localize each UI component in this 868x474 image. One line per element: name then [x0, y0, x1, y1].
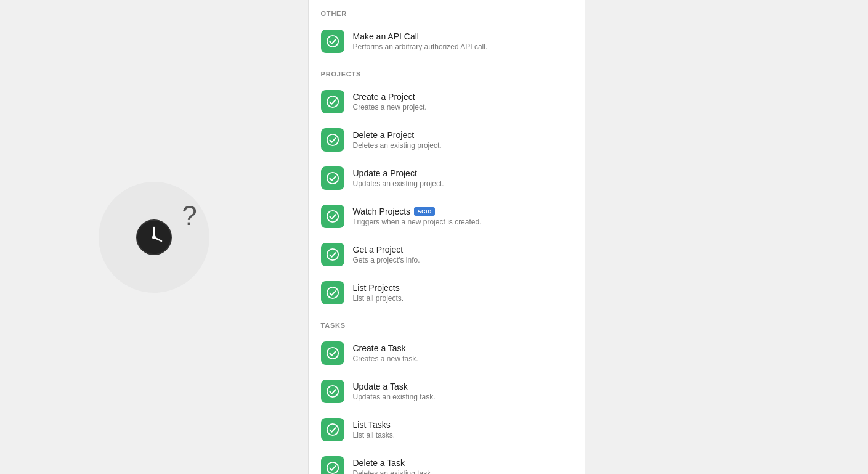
item-title-list-tasks: List Tasks	[353, 420, 395, 430]
list-item-list-tasks[interactable]: List TasksList all tasks.	[309, 411, 585, 449]
list-item-delete-project[interactable]: Delete a ProjectDeletes an existing proj…	[309, 121, 585, 159]
item-icon-update-task	[321, 380, 344, 403]
svg-point-8	[327, 211, 338, 222]
list-item-watch-projects[interactable]: Watch ProjectsACIDTriggers when a new pr…	[309, 197, 585, 235]
list-item-make-api-call[interactable]: Make an API CallPerforms an arbitrary au…	[309, 22, 585, 60]
list-item-create-task[interactable]: Create a TaskCreates a new task.	[309, 334, 585, 372]
item-title-create-task: Create a Task	[353, 343, 418, 353]
svg-point-12	[327, 386, 338, 397]
item-text-delete-project: Delete a ProjectDeletes an existing proj…	[353, 130, 442, 150]
svg-point-11	[327, 348, 338, 359]
svg-point-4	[327, 36, 338, 47]
item-desc-create-task: Creates a new task.	[353, 354, 418, 363]
item-icon-get-project	[321, 243, 344, 266]
list-item-get-project[interactable]: Get a ProjectGets a project's info.	[309, 235, 585, 274]
item-text-update-task: Update a TaskUpdates an existing task.	[353, 382, 436, 401]
left-area: ?	[0, 0, 308, 474]
section-header-other: OTHER	[309, 0, 585, 22]
svg-point-10	[327, 287, 338, 298]
item-desc-create-project: Creates a new project.	[353, 103, 427, 112]
item-desc-list-projects: List all projects.	[353, 294, 404, 303]
badge-watch-projects: ACID	[414, 207, 435, 216]
item-title-create-project: Create a Project	[353, 92, 427, 102]
list-item-delete-task[interactable]: Delete a TaskDeletes an existing task.	[309, 449, 585, 474]
item-title-delete-task: Delete a Task	[353, 458, 433, 468]
item-desc-update-project: Updates an existing project.	[353, 179, 444, 188]
item-desc-watch-projects: Triggers when a new project is created.	[353, 218, 482, 226]
item-text-list-tasks: List TasksList all tasks.	[353, 420, 395, 439]
item-desc-delete-project: Deletes an existing project.	[353, 141, 442, 150]
list-item-update-task[interactable]: Update a TaskUpdates an existing task.	[309, 372, 585, 411]
item-icon-create-project	[321, 90, 344, 113]
section-header-projects: PROJECTS	[309, 60, 585, 83]
decorative-circle: ?	[99, 182, 209, 293]
main-panel: OTHER Make an API CallPerforms an arbitr…	[308, 0, 585, 474]
svg-point-6	[327, 134, 338, 145]
item-desc-make-api-call: Performs an arbitrary authorized API cal…	[353, 43, 488, 51]
list-item-create-project[interactable]: Create a ProjectCreates a new project.	[309, 83, 585, 121]
item-title-delete-project: Delete a Project	[353, 130, 442, 140]
item-icon-make-api-call	[321, 30, 344, 53]
svg-point-13	[327, 424, 338, 435]
item-text-list-projects: List ProjectsList all projects.	[353, 283, 404, 303]
item-text-get-project: Get a ProjectGets a project's info.	[353, 245, 420, 264]
item-icon-list-tasks	[321, 418, 344, 441]
item-desc-list-tasks: List all tasks.	[353, 431, 395, 439]
item-title-update-project: Update a Project	[353, 168, 444, 178]
item-title-get-project: Get a Project	[353, 245, 420, 255]
right-area	[585, 0, 869, 474]
svg-point-5	[327, 96, 338, 107]
item-desc-update-task: Updates an existing task.	[353, 393, 436, 401]
list-item-list-projects[interactable]: List ProjectsList all projects.	[309, 274, 585, 312]
item-text-create-task: Create a TaskCreates a new task.	[353, 343, 418, 363]
page-container: ? OTHER Make an API CallPerforms an arbi…	[0, 0, 868, 474]
item-desc-delete-task: Deletes an existing task.	[353, 469, 433, 474]
svg-point-14	[327, 462, 338, 473]
section-header-tasks: TASKS	[309, 312, 585, 334]
item-title-make-api-call: Make an API Call	[353, 31, 488, 41]
item-text-update-project: Update a ProjectUpdates an existing proj…	[353, 168, 444, 188]
svg-point-9	[327, 249, 338, 260]
item-icon-update-project	[321, 166, 344, 190]
item-text-create-project: Create a ProjectCreates a new project.	[353, 92, 427, 112]
question-mark-icon: ?	[182, 200, 197, 231]
item-title-watch-projects: Watch ProjectsACID	[353, 206, 482, 216]
item-title-update-task: Update a Task	[353, 382, 436, 391]
clock-icon	[136, 219, 172, 256]
item-icon-create-task	[321, 341, 344, 365]
item-icon-watch-projects	[321, 205, 344, 228]
list-item-update-project[interactable]: Update a ProjectUpdates an existing proj…	[309, 159, 585, 197]
item-text-make-api-call: Make an API CallPerforms an arbitrary au…	[353, 31, 488, 51]
item-desc-get-project: Gets a project's info.	[353, 256, 420, 264]
item-icon-delete-task	[321, 456, 344, 474]
item-text-delete-task: Delete a TaskDeletes an existing task.	[353, 458, 433, 474]
svg-point-7	[327, 173, 338, 184]
item-icon-delete-project	[321, 128, 344, 152]
item-text-watch-projects: Watch ProjectsACIDTriggers when a new pr…	[353, 206, 482, 226]
item-icon-list-projects	[321, 281, 344, 304]
item-title-list-projects: List Projects	[353, 283, 404, 293]
